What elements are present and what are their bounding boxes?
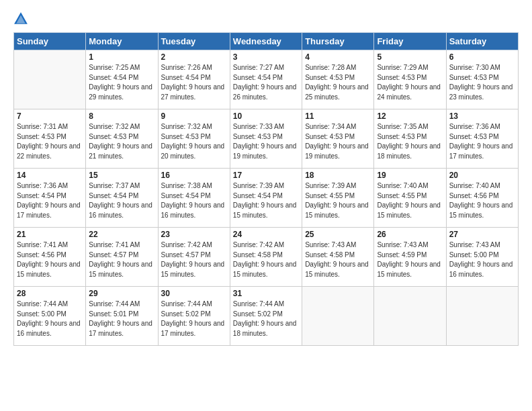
col-header-wednesday: Wednesday: [230, 33, 302, 50]
day-number: 11: [305, 111, 371, 121]
col-header-tuesday: Tuesday: [158, 33, 230, 50]
week-row-2: 7Sunrise: 7:31 AM Sunset: 4:53 PM Daylig…: [14, 109, 519, 169]
day-number: 2: [161, 52, 227, 62]
day-info: Sunrise: 7:27 AM Sunset: 4:54 PM Dayligh…: [233, 63, 299, 102]
day-info: Sunrise: 7:38 AM Sunset: 4:54 PM Dayligh…: [161, 181, 227, 220]
day-cell: 17Sunrise: 7:39 AM Sunset: 4:54 PM Dayli…: [230, 169, 302, 228]
day-cell: 10Sunrise: 7:33 AM Sunset: 4:53 PM Dayli…: [230, 109, 302, 169]
day-info: Sunrise: 7:44 AM Sunset: 5:00 PM Dayligh…: [17, 300, 83, 338]
day-cell: 23Sunrise: 7:42 AM Sunset: 4:57 PM Dayli…: [158, 228, 230, 287]
day-info: Sunrise: 7:28 AM Sunset: 4:53 PM Dayligh…: [305, 63, 371, 102]
day-info: Sunrise: 7:32 AM Sunset: 4:53 PM Dayligh…: [161, 122, 227, 161]
logo-icon: [13, 11, 28, 26]
day-cell: 28Sunrise: 7:44 AM Sunset: 5:00 PM Dayli…: [14, 287, 86, 346]
day-number: 23: [161, 230, 227, 239]
day-number: 25: [305, 230, 371, 239]
day-cell: 30Sunrise: 7:44 AM Sunset: 5:02 PM Dayli…: [158, 287, 230, 346]
day-cell: 8Sunrise: 7:32 AM Sunset: 4:53 PM Daylig…: [86, 109, 158, 169]
header: [13, 11, 519, 26]
day-number: 1: [89, 52, 154, 62]
day-info: Sunrise: 7:42 AM Sunset: 4:58 PM Dayligh…: [233, 240, 299, 279]
col-header-friday: Friday: [374, 33, 446, 50]
day-cell: 11Sunrise: 7:34 AM Sunset: 4:53 PM Dayli…: [302, 109, 374, 169]
col-header-monday: Monday: [86, 33, 158, 50]
day-number: 12: [377, 111, 443, 121]
day-info: Sunrise: 7:26 AM Sunset: 4:54 PM Dayligh…: [161, 63, 227, 102]
day-info: Sunrise: 7:40 AM Sunset: 4:55 PM Dayligh…: [377, 181, 443, 220]
day-cell: 26Sunrise: 7:43 AM Sunset: 4:59 PM Dayli…: [374, 228, 446, 287]
day-info: Sunrise: 7:43 AM Sunset: 4:58 PM Dayligh…: [305, 240, 371, 279]
col-header-thursday: Thursday: [302, 33, 374, 50]
day-cell: 16Sunrise: 7:38 AM Sunset: 4:54 PM Dayli…: [158, 169, 230, 228]
day-info: Sunrise: 7:30 AM Sunset: 4:53 PM Dayligh…: [449, 63, 515, 102]
day-number: 6: [449, 52, 515, 62]
day-number: 3: [233, 52, 299, 62]
day-info: Sunrise: 7:41 AM Sunset: 4:57 PM Dayligh…: [89, 240, 154, 279]
week-row-3: 14Sunrise: 7:36 AM Sunset: 4:54 PM Dayli…: [14, 169, 519, 228]
day-cell: 25Sunrise: 7:43 AM Sunset: 4:58 PM Dayli…: [302, 228, 374, 287]
day-number: 30: [161, 289, 227, 298]
day-cell: 9Sunrise: 7:32 AM Sunset: 4:53 PM Daylig…: [158, 109, 230, 169]
day-cell: 3Sunrise: 7:27 AM Sunset: 4:54 PM Daylig…: [230, 50, 302, 109]
day-cell: 29Sunrise: 7:44 AM Sunset: 5:01 PM Dayli…: [86, 287, 158, 346]
day-cell: [374, 287, 446, 346]
day-info: Sunrise: 7:39 AM Sunset: 4:54 PM Dayligh…: [233, 181, 299, 220]
day-info: Sunrise: 7:29 AM Sunset: 4:53 PM Dayligh…: [377, 63, 443, 102]
col-header-sunday: Sunday: [14, 33, 86, 50]
day-cell: [302, 287, 374, 346]
day-cell: 18Sunrise: 7:39 AM Sunset: 4:55 PM Dayli…: [302, 169, 374, 228]
week-row-4: 21Sunrise: 7:41 AM Sunset: 4:56 PM Dayli…: [14, 228, 519, 287]
day-cell: 21Sunrise: 7:41 AM Sunset: 4:56 PM Dayli…: [14, 228, 86, 287]
col-header-saturday: Saturday: [446, 33, 518, 50]
day-cell: 6Sunrise: 7:30 AM Sunset: 4:53 PM Daylig…: [446, 50, 518, 109]
day-cell: 7Sunrise: 7:31 AM Sunset: 4:53 PM Daylig…: [14, 109, 86, 169]
day-cell: 31Sunrise: 7:44 AM Sunset: 5:02 PM Dayli…: [230, 287, 302, 346]
day-number: 4: [305, 52, 371, 62]
week-row-1: 1Sunrise: 7:25 AM Sunset: 4:54 PM Daylig…: [14, 50, 519, 109]
day-cell: 19Sunrise: 7:40 AM Sunset: 4:55 PM Dayli…: [374, 169, 446, 228]
day-info: Sunrise: 7:35 AM Sunset: 4:53 PM Dayligh…: [377, 122, 443, 161]
day-info: Sunrise: 7:25 AM Sunset: 4:54 PM Dayligh…: [89, 63, 154, 102]
day-number: 24: [233, 230, 299, 239]
day-info: Sunrise: 7:43 AM Sunset: 5:00 PM Dayligh…: [449, 240, 515, 279]
day-cell: [446, 287, 518, 346]
day-number: 14: [17, 171, 83, 180]
day-cell: 20Sunrise: 7:40 AM Sunset: 4:56 PM Dayli…: [446, 169, 518, 228]
day-number: 19: [377, 171, 443, 180]
day-number: 26: [377, 230, 443, 239]
day-number: 17: [233, 171, 299, 180]
day-info: Sunrise: 7:36 AM Sunset: 4:54 PM Dayligh…: [17, 181, 83, 220]
day-cell: 5Sunrise: 7:29 AM Sunset: 4:53 PM Daylig…: [374, 50, 446, 109]
day-number: 15: [89, 171, 154, 180]
calendar: SundayMondayTuesdayWednesdayThursdayFrid…: [13, 32, 519, 346]
day-number: 20: [449, 171, 515, 180]
day-number: 13: [449, 111, 515, 121]
day-cell: 12Sunrise: 7:35 AM Sunset: 4:53 PM Dayli…: [374, 109, 446, 169]
day-info: Sunrise: 7:32 AM Sunset: 4:53 PM Dayligh…: [89, 122, 154, 161]
day-number: 21: [17, 230, 83, 239]
logo: [13, 11, 31, 26]
day-number: 29: [89, 289, 154, 298]
day-number: 8: [89, 111, 154, 121]
day-info: Sunrise: 7:31 AM Sunset: 4:53 PM Dayligh…: [17, 122, 83, 161]
week-row-5: 28Sunrise: 7:44 AM Sunset: 5:00 PM Dayli…: [14, 287, 519, 346]
day-number: 27: [449, 230, 515, 239]
day-info: Sunrise: 7:44 AM Sunset: 5:02 PM Dayligh…: [233, 300, 299, 338]
day-cell: [14, 50, 86, 109]
day-cell: 4Sunrise: 7:28 AM Sunset: 4:53 PM Daylig…: [302, 50, 374, 109]
day-info: Sunrise: 7:39 AM Sunset: 4:55 PM Dayligh…: [305, 181, 371, 220]
day-number: 31: [233, 289, 299, 298]
day-cell: 22Sunrise: 7:41 AM Sunset: 4:57 PM Dayli…: [86, 228, 158, 287]
day-number: 7: [17, 111, 83, 121]
page: SundayMondayTuesdayWednesdayThursdayFrid…: [0, 0, 532, 411]
day-number: 5: [377, 52, 443, 62]
day-info: Sunrise: 7:36 AM Sunset: 4:53 PM Dayligh…: [449, 122, 515, 161]
day-cell: 15Sunrise: 7:37 AM Sunset: 4:54 PM Dayli…: [86, 169, 158, 228]
day-cell: 1Sunrise: 7:25 AM Sunset: 4:54 PM Daylig…: [86, 50, 158, 109]
day-number: 16: [161, 171, 227, 180]
day-info: Sunrise: 7:37 AM Sunset: 4:54 PM Dayligh…: [89, 181, 154, 220]
day-info: Sunrise: 7:41 AM Sunset: 4:56 PM Dayligh…: [17, 240, 83, 279]
day-number: 9: [161, 111, 227, 121]
day-number: 18: [305, 171, 371, 180]
day-number: 28: [17, 289, 83, 298]
